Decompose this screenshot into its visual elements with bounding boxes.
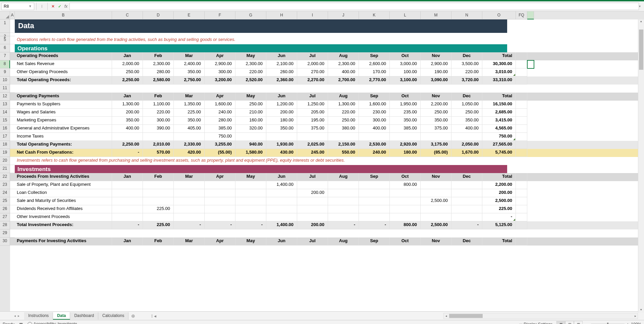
active-cell[interactable] (527, 60, 534, 68)
data-cell[interactable]: 350.00 (451, 117, 482, 125)
data-cell[interactable]: - (112, 221, 143, 229)
row-label[interactable]: Sale of Property, Plant and Equipment (15, 181, 112, 189)
data-cell[interactable] (359, 189, 390, 197)
data-cell[interactable] (235, 189, 266, 197)
data-cell[interactable]: 2,000.00 (297, 60, 328, 68)
data-cell[interactable]: - (112, 149, 143, 157)
data-cell[interactable] (174, 181, 205, 189)
row-label[interactable]: Sale and Maturity of Securities (15, 197, 112, 205)
row-header-29[interactable]: 29 (0, 229, 10, 237)
formula-input[interactable] (69, 3, 639, 10)
col-header-O[interactable]: O (482, 11, 516, 19)
data-cell[interactable] (297, 133, 328, 141)
data-cell[interactable]: 280.00 (205, 117, 235, 125)
data-cell[interactable]: 220.00 (451, 68, 482, 76)
data-cell[interactable]: 200.00 (112, 109, 143, 117)
data-cell[interactable]: 3,010.00 (482, 68, 516, 76)
data-cell[interactable]: 2,500.00 (482, 197, 516, 205)
data-cell[interactable]: 2,500.00 (421, 221, 451, 229)
data-cell[interactable] (421, 213, 451, 221)
sheet-tab-calculations[interactable]: Calculations (98, 312, 128, 320)
data-cell[interactable] (266, 213, 297, 221)
sheet-tab-data[interactable]: Data (53, 312, 70, 320)
data-cell[interactable]: 225.00 (482, 205, 516, 213)
data-cell[interactable] (143, 197, 174, 205)
data-cell[interactable] (205, 197, 235, 205)
row-header-15[interactable]: 15 (0, 117, 10, 125)
row-header-14[interactable]: 14 (0, 109, 10, 117)
data-cell[interactable]: 570.00 (143, 149, 174, 157)
row-label[interactable]: Total Operating Proceeds: (15, 76, 112, 85)
data-cell[interactable] (451, 213, 482, 221)
row-header-22[interactable]: 22 (0, 173, 10, 181)
accessibility-icon[interactable] (28, 322, 32, 324)
page-break-button[interactable]: ▥ (574, 321, 583, 324)
row-header-21[interactable]: 21 (0, 165, 10, 173)
data-cell[interactable]: - (328, 221, 359, 229)
row-label[interactable]: Net Sales Revenue (15, 60, 112, 68)
data-cell[interactable]: 2,300.00 (143, 60, 174, 68)
row-header-9[interactable]: 9 (0, 68, 10, 76)
row-label[interactable]: Payments to Suppliers (15, 101, 112, 109)
data-cell[interactable]: 2,500.00 (421, 197, 451, 205)
data-cell[interactable]: 195.00 (297, 117, 328, 125)
data-cell[interactable]: 2,900.00 (421, 60, 451, 68)
data-cell[interactable] (390, 205, 421, 213)
data-cell[interactable]: 430.00 (266, 149, 297, 157)
row-header-30[interactable]: 30 (0, 237, 10, 246)
col-header-H[interactable]: H (266, 11, 297, 19)
data-cell[interactable]: 2,200.00 (421, 101, 451, 109)
data-cell[interactable]: 750.00 (205, 133, 235, 141)
data-cell[interactable]: 2,330.00 (174, 141, 205, 149)
data-cell[interactable]: 2,300.00 (235, 60, 266, 68)
row-header-19[interactable]: 19 (0, 149, 10, 157)
col-header-J[interactable]: J (328, 11, 359, 19)
data-cell[interactable] (328, 197, 359, 205)
data-cell[interactable]: 400.00 (359, 125, 390, 133)
data-cell[interactable]: - (451, 221, 482, 229)
data-cell[interactable]: 350.00 (112, 117, 143, 125)
data-cell[interactable]: 385.00 (205, 125, 235, 133)
data-cell[interactable]: 5,125.00 (482, 221, 516, 229)
row-label[interactable]: Wages and Salaries (15, 109, 112, 117)
data-cell[interactable] (390, 213, 421, 221)
data-cell[interactable]: 1,250.00 (297, 101, 328, 109)
data-cell[interactable]: (85.00) (421, 149, 451, 157)
data-cell[interactable]: 350.00 (421, 117, 451, 125)
data-cell[interactable]: 225.00 (174, 109, 205, 117)
data-cell[interactable] (235, 213, 266, 221)
data-cell[interactable] (112, 205, 143, 213)
row-header-10[interactable]: 10 (0, 76, 10, 85)
data-cell[interactable]: 1,400.00 (266, 181, 297, 189)
data-cell[interactable] (421, 133, 451, 141)
data-cell[interactable]: 350.00 (174, 68, 205, 76)
data-cell[interactable]: 300.00 (359, 117, 390, 125)
data-cell[interactable] (205, 189, 235, 197)
data-cell[interactable] (112, 189, 143, 197)
row-header-12[interactable]: 12 (0, 93, 10, 101)
data-cell[interactable] (451, 205, 482, 213)
data-cell[interactable]: 300.00 (205, 68, 235, 76)
data-cell[interactable]: 100.00 (390, 68, 421, 76)
data-cell[interactable] (174, 213, 205, 221)
row-header-1[interactable]: 1 (0, 19, 10, 33)
data-cell[interactable]: 2,300.00 (328, 60, 359, 68)
data-cell[interactable] (112, 197, 143, 205)
data-cell[interactable]: 550.00 (328, 149, 359, 157)
data-cell[interactable]: 2,700.00 (328, 76, 359, 85)
data-cell[interactable]: 1,300.00 (112, 101, 143, 109)
data-cell[interactable]: 350.00 (266, 125, 297, 133)
data-cell[interactable] (421, 181, 451, 189)
row-header-16[interactable]: 16 (0, 125, 10, 133)
col-header-L[interactable]: L (390, 11, 421, 19)
data-cell[interactable] (451, 189, 482, 197)
data-cell[interactable]: 30,300.00 (482, 60, 516, 68)
col-header-B[interactable]: B (15, 11, 112, 19)
data-cell[interactable] (297, 205, 328, 213)
fx-icon[interactable]: fx (64, 4, 67, 9)
data-cell[interactable]: 3,200.00 (205, 76, 235, 85)
data-cell[interactable] (421, 205, 451, 213)
data-cell[interactable] (297, 197, 328, 205)
data-cell[interactable]: 2,270.00 (297, 76, 328, 85)
data-cell[interactable]: 3,255.00 (205, 141, 235, 149)
